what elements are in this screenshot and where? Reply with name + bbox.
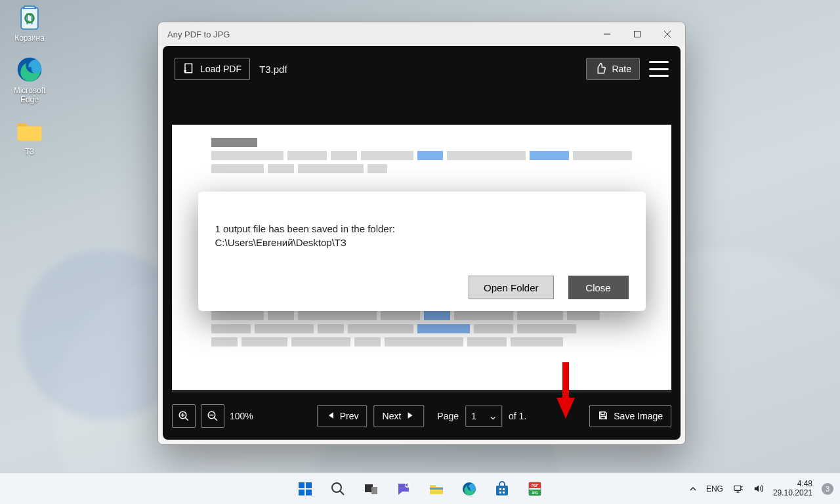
desktop-icons: Корзина Microsoft Edge ТЗ: [5, 3, 58, 169]
app-toolbar: Load PDF T3.pdf Rate: [163, 46, 681, 92]
load-pdf-button[interactable]: Load PDF: [175, 58, 250, 80]
svg-rect-7: [601, 411, 604, 414]
minimize-button[interactable]: [592, 22, 622, 46]
svg-rect-22: [499, 492, 501, 494]
next-label: Next: [383, 411, 402, 421]
svg-rect-8: [601, 416, 606, 419]
save-image-label: Save Image: [614, 411, 663, 421]
load-pdf-icon: [183, 62, 195, 76]
taskbar-taskview-button[interactable]: [362, 480, 380, 498]
svg-rect-10: [306, 482, 312, 488]
dialog-message-line2: C:\Users\Евгений\Desktop\ТЗ: [215, 236, 629, 249]
edge-icon: [15, 55, 44, 84]
taskbar-search-button[interactable]: [329, 480, 347, 498]
prev-page-button[interactable]: Prev: [317, 405, 368, 427]
svg-rect-3: [635, 32, 640, 37]
tray-overflow-button[interactable]: [689, 485, 697, 493]
start-button[interactable]: [296, 480, 314, 498]
taskbar: PDFJPG ENG 4:48 29.10.2021 3: [0, 472, 840, 504]
app-window-any-pdf-to-jpg: Any PDF to JPG Load PDF T3.pdf Rate: [158, 22, 686, 445]
page-select[interactable]: 1: [465, 406, 502, 427]
tray-language-button[interactable]: ENG: [706, 484, 723, 494]
save-image-button[interactable]: Save Image: [589, 405, 671, 427]
recycle-bin-icon: [15, 3, 44, 32]
desktop-icon-label: Microsoft Edge: [5, 87, 54, 105]
zoom-out-button[interactable]: [201, 404, 224, 428]
tray-clock[interactable]: 4:48 29.10.2021: [773, 480, 812, 498]
desktop-icon-recycle-bin[interactable]: Корзина: [5, 3, 54, 43]
save-icon: [598, 410, 608, 423]
svg-rect-19: [496, 486, 508, 495]
svg-rect-17: [430, 488, 443, 490]
next-icon: [406, 411, 415, 422]
folder-icon: [15, 116, 44, 145]
svg-rect-20: [499, 488, 501, 490]
rate-label: Rate: [612, 64, 631, 74]
svg-text:JPG: JPG: [532, 491, 538, 495]
svg-rect-9: [299, 482, 304, 488]
desktop-icon-edge[interactable]: Microsoft Edge: [5, 55, 54, 105]
desktop-icon-label: Корзина: [5, 34, 54, 43]
taskbar-store-button[interactable]: [493, 480, 511, 498]
next-page-button[interactable]: Next: [374, 405, 425, 427]
svg-rect-11: [299, 490, 304, 495]
prev-label: Prev: [340, 411, 359, 421]
desktop-icon-folder-tz[interactable]: ТЗ: [5, 116, 54, 157]
window-title: Any PDF to JPG: [167, 30, 230, 39]
taskbar-pdf-app-button[interactable]: PDFJPG: [526, 480, 544, 498]
current-filename: T3.pdf: [259, 64, 287, 75]
svg-point-13: [332, 483, 341, 492]
tray-notification-badge[interactable]: 3: [822, 483, 833, 495]
taskbar-explorer-button[interactable]: [427, 480, 446, 498]
desktop-icon-label: ТЗ: [5, 148, 54, 157]
page_label: Page: [437, 411, 459, 421]
svg-rect-23: [503, 492, 505, 494]
svg-rect-15: [371, 487, 377, 494]
thumbs-up-icon: [595, 62, 606, 76]
close-button[interactable]: [652, 22, 682, 46]
tray-network-icon[interactable]: [732, 483, 744, 494]
window-controls: [592, 22, 682, 46]
app-body: Load PDF T3.pdf Rate: [163, 46, 681, 440]
titlebar[interactable]: Any PDF to JPG: [158, 22, 685, 46]
taskbar-edge-button[interactable]: [460, 480, 478, 498]
page-value: 1: [471, 411, 476, 421]
load-pdf-label: Load PDF: [200, 64, 242, 74]
rate-button[interactable]: Rate: [586, 58, 640, 80]
maximize-button[interactable]: [622, 22, 652, 46]
svg-text:PDF: PDF: [532, 484, 538, 488]
taskbar-chat-button[interactable]: [394, 480, 413, 498]
page-total: of 1.: [509, 411, 526, 421]
zoom-value: 100%: [230, 411, 253, 421]
system-tray: ENG 4:48 29.10.2021 3: [689, 473, 833, 504]
svg-rect-0: [21, 7, 38, 29]
menu-button[interactable]: [649, 61, 669, 77]
zoom-in-button[interactable]: [172, 404, 196, 428]
dialog-close-button[interactable]: Close: [568, 276, 629, 299]
open-folder-button[interactable]: Open Folder: [469, 276, 553, 299]
svg-rect-21: [503, 488, 505, 490]
chevron-down-icon: [490, 413, 496, 419]
svg-rect-29: [734, 486, 741, 490]
taskbar-pinned-apps: PDFJPG: [296, 480, 544, 498]
svg-rect-12: [306, 490, 312, 495]
tray-volume-icon[interactable]: [753, 483, 764, 494]
save-complete-dialog: 1 output file has been saved in the fold…: [198, 192, 646, 311]
prev-icon: [326, 411, 335, 422]
dialog-message-line1: 1 output file has been saved in the fold…: [215, 222, 629, 236]
tray-date: 29.10.2021: [773, 489, 812, 498]
tray-time: 4:48: [797, 480, 812, 489]
app-footer: 100% Prev Next Page 1 of 1.: [172, 402, 671, 430]
svg-rect-4: [185, 64, 192, 73]
